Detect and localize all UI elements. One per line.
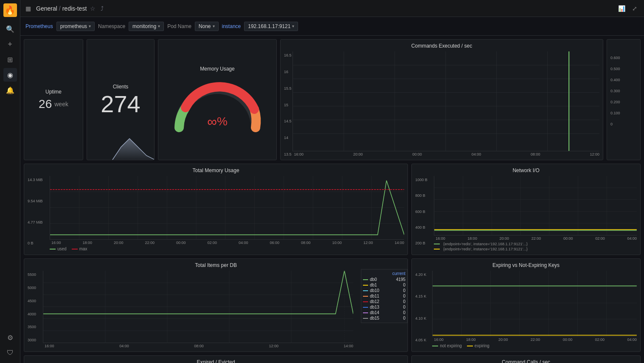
db1-value: 0 bbox=[403, 283, 406, 287]
db0-label: db0 bbox=[363, 277, 377, 282]
db1-row: db1 0 bbox=[363, 282, 405, 288]
plus-icon[interactable]: + bbox=[3, 37, 17, 51]
items-db-svg bbox=[43, 271, 353, 343]
gauge-infinity: ∞ bbox=[207, 114, 217, 130]
search-icon[interactable]: 🔍 bbox=[3, 22, 17, 36]
not-expiring-color bbox=[432, 346, 438, 346]
gear-icon[interactable]: ⚙ bbox=[3, 331, 17, 344]
uptime-value: 26 week bbox=[39, 97, 68, 111]
network-io-title: Network I/O bbox=[415, 167, 637, 173]
prometheus-dropdown[interactable]: prometheus ▾ bbox=[56, 22, 95, 31]
expand-icon[interactable]: ⤢ bbox=[630, 3, 639, 14]
items-db-y-axis: 5500 5000 4500 4000 3500 3000 bbox=[28, 271, 43, 348]
legend-used-label: used bbox=[57, 247, 67, 251]
network-io-x-axis: 16:00 18:00 20:00 22:00 00:00 02:00 04:0… bbox=[434, 236, 637, 241]
chevron-down-icon-4: ▾ bbox=[292, 24, 294, 28]
pod-name-dropdown[interactable]: None ▾ bbox=[195, 22, 219, 31]
db14-row: db14 0 bbox=[363, 310, 405, 315]
chevron-down-icon: ▾ bbox=[89, 24, 91, 28]
sidebar: 🔥 🔍 + ⊞ ◉ 🔔 ⚙ 🛡 bbox=[0, 0, 20, 363]
clients-panel: Clients 274 bbox=[87, 39, 155, 160]
db12-value: 0 bbox=[403, 299, 406, 304]
db-legend: current db0 4195 db1 0 bbox=[361, 269, 408, 323]
db0-row: db0 4195 bbox=[363, 277, 405, 282]
clients-title: Clients bbox=[113, 84, 129, 90]
breadcrumb-separator: / bbox=[59, 5, 61, 12]
db-legend-current-col: current bbox=[392, 271, 405, 276]
not-expiring-label: not expiring bbox=[440, 343, 462, 348]
items-db-title: Total Items per DB bbox=[28, 262, 404, 268]
logo: 🔥 bbox=[3, 3, 17, 17]
db10-color bbox=[363, 290, 368, 291]
expiring-svg bbox=[433, 271, 637, 336]
items-db-chart bbox=[43, 271, 353, 343]
network-io-chart bbox=[434, 176, 637, 235]
memory-title: Memory Usage bbox=[200, 66, 234, 72]
legend-max: max bbox=[72, 247, 87, 251]
db12-color bbox=[363, 301, 368, 302]
db10-label: db10 bbox=[363, 288, 379, 293]
instance-dropdown[interactable]: 192.168.1.17:9121 ▾ bbox=[244, 22, 298, 31]
namespace-dropdown[interactable]: monitoring ▾ bbox=[129, 22, 164, 31]
not-expiring-legend-item: not expiring bbox=[432, 343, 462, 348]
apps-icon[interactable]: ⊞ bbox=[3, 53, 17, 66]
commands-chart-svg bbox=[293, 51, 599, 151]
db10-row: db10 0 bbox=[363, 288, 405, 293]
db14-label: db14 bbox=[363, 310, 379, 315]
namespace-label: Namespace bbox=[98, 23, 125, 29]
row-1: Uptime 26 week Clients 274 bbox=[24, 39, 641, 160]
db11-row: db11 0 bbox=[363, 293, 405, 299]
dashboard-icon[interactable]: ◉ bbox=[3, 68, 17, 82]
network-io-y-axis: 1000 B 800 B 600 B 400 B 200 B bbox=[415, 176, 434, 251]
db0-value: 4195 bbox=[396, 277, 405, 282]
row-3: Total Items per DB 5500 5000 4500 4000 3… bbox=[24, 258, 641, 352]
prometheus-value: prometheus bbox=[60, 23, 87, 29]
db13-color bbox=[363, 307, 368, 308]
pod-name-label: Pod Name bbox=[167, 23, 191, 29]
breadcrumb-root: General bbox=[36, 5, 57, 12]
star-icon[interactable]: ☆ bbox=[90, 5, 96, 12]
share-icon[interactable]: ⤴ bbox=[101, 5, 104, 12]
items-db-panel: Total Items per DB 5500 5000 4500 4000 3… bbox=[24, 258, 408, 352]
total-memory-y-axis: 14.3 MiB 9.54 MiB 4.77 MiB 0 B bbox=[28, 176, 50, 251]
uptime-unit: week bbox=[54, 101, 68, 108]
db13-value: 0 bbox=[403, 305, 406, 309]
gauge-text: ∞ % bbox=[207, 114, 228, 130]
chevron-down-icon-2: ▾ bbox=[158, 24, 160, 28]
commands-title: Commands Executed / sec bbox=[284, 43, 599, 49]
clients-mini-chart bbox=[87, 134, 155, 160]
net-legend-2-label: {endpoint='redis', instance='192.168.1.1… bbox=[443, 247, 528, 251]
db15-row: db15 0 bbox=[363, 315, 405, 321]
expiring-label: expiring bbox=[475, 343, 489, 348]
pod-name-value: None bbox=[199, 23, 211, 29]
bell-icon[interactable]: 🔔 bbox=[3, 83, 17, 97]
db15-color bbox=[363, 318, 368, 319]
chevron-down-icon-3: ▾ bbox=[213, 24, 215, 28]
uptime-number: 26 bbox=[39, 97, 52, 111]
expiring-chart bbox=[432, 271, 637, 337]
namespace-value: monitoring bbox=[132, 23, 156, 29]
instance-label[interactable]: instance bbox=[222, 23, 241, 29]
prometheus-label[interactable]: Prometheus bbox=[25, 23, 53, 29]
items-db-x-axis: 16:00 04:00 08:00 12:00 14:00 bbox=[43, 344, 353, 348]
total-memory-chart bbox=[50, 176, 404, 240]
expiring-legend-item: expiring bbox=[467, 343, 489, 348]
db-legend-header: current bbox=[363, 271, 405, 276]
network-legend-2: {endpoint='redis', instance='192.168.1.1… bbox=[434, 247, 637, 251]
instance-value: 192.168.1.17:9121 bbox=[248, 23, 290, 29]
main-content: ▦ General / redis-test ☆ ⤴ 📊 ⤢ Prometheu… bbox=[20, 0, 644, 363]
db15-value: 0 bbox=[403, 316, 406, 320]
db11-color bbox=[363, 296, 368, 297]
legend-max-color bbox=[72, 249, 78, 250]
expired-panel: Expired / Evicted bbox=[24, 355, 408, 363]
network-legend-1: {endpoint='redis', instance='192.168.1.1… bbox=[434, 242, 637, 246]
expired-title: Expired / Evicted bbox=[28, 359, 404, 363]
db13-label: db13 bbox=[363, 305, 379, 309]
network-io-legend: {endpoint='redis', instance='192.168.1.1… bbox=[434, 242, 637, 251]
expiring-title: Expiring vs Not-Expiring Keys bbox=[415, 262, 637, 268]
shield-icon[interactable]: 🛡 bbox=[3, 346, 17, 360]
network-io-svg bbox=[434, 176, 637, 235]
expiring-legend: not expiring expiring bbox=[432, 343, 637, 348]
chart-icon[interactable]: 📊 bbox=[616, 3, 627, 14]
commands-panel: Commands Executed / sec 16.5 16 15.5 15 … bbox=[280, 39, 603, 160]
